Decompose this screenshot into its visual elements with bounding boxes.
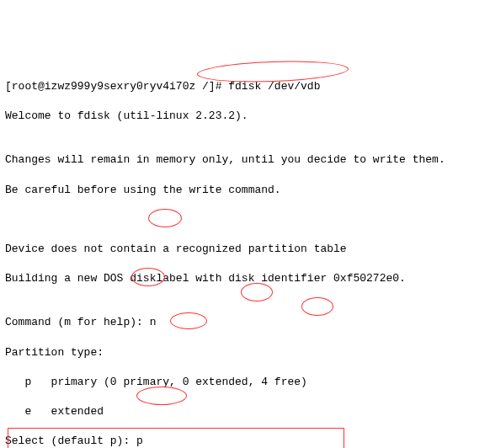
highlight-n — [148, 209, 182, 227]
highlight-partnum-1 — [241, 283, 273, 301]
highlight-wq — [136, 387, 187, 405]
highlight-firstsector-empty — [301, 297, 333, 316]
prompt-n: Command (m for help): n — [5, 315, 485, 330]
output-line: Be careful before using the write comman… — [5, 183, 485, 198]
prompt-p: Select (default p): p — [5, 434, 485, 448]
cmd-line-fdisk: [root@izwz999y9sexry0ryv4i70z /]# fdisk … — [5, 79, 485, 94]
output-line: Welcome to fdisk (util-linux 2.23.2). — [5, 109, 485, 124]
output-line: e extended — [5, 404, 485, 419]
output-line: p primary (0 primary, 0 extended, 4 free… — [5, 375, 485, 390]
output-line: Changes will remain in memory only, unti… — [5, 152, 485, 168]
output-line: Partition type: — [5, 345, 485, 360]
terminal-output: [root@izwz999y9sexry0ryv4i70z /]# fdisk … — [5, 64, 485, 448]
output-line: Device does not contain a recognized par… — [5, 242, 485, 257]
output-line: Building a new DOS disklabel with disk i… — [5, 271, 485, 286]
